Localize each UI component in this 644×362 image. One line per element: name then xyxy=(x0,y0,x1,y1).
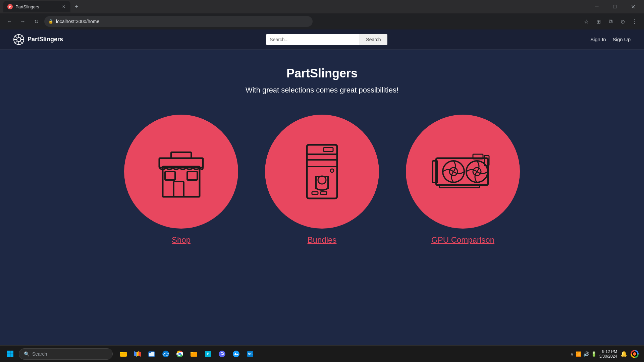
taskbar-right: ∧ 📶 🔊 🔋 9:12 PM 3/30/2024 🔔 xyxy=(570,349,641,359)
url-text: localhost:3000/home xyxy=(56,19,309,24)
shop-link[interactable]: Shop xyxy=(172,235,191,245)
svg-rect-36 xyxy=(7,354,10,357)
taskbar-file-explorer[interactable] xyxy=(117,347,130,361)
tab-title: PartSlingers xyxy=(15,4,39,9)
sign-up-link[interactable]: Sign Up xyxy=(613,37,631,42)
svg-rect-23 xyxy=(312,192,318,194)
minimize-button[interactable]: ─ xyxy=(589,0,604,13)
taskbar-chrome[interactable] xyxy=(173,347,186,361)
taskbar-search-icon: 🔍 xyxy=(24,351,30,357)
active-tab[interactable]: P PartSlingers ✕ xyxy=(3,1,70,12)
app2-icon xyxy=(218,350,226,358)
svg-marker-41 xyxy=(134,351,137,357)
maps-icon xyxy=(133,350,142,358)
tab-favicon: P xyxy=(7,4,13,9)
taskbar-app4[interactable]: VS xyxy=(244,347,257,361)
svg-text:P: P xyxy=(207,352,209,356)
windows-icon xyxy=(7,351,13,357)
gpu-icon xyxy=(426,135,500,208)
tab-bar: P PartSlingers ✕ + ─ □ ✕ xyxy=(0,0,644,13)
pc-tower-icon xyxy=(285,135,359,208)
taskbar-search-box[interactable]: 🔍 Search xyxy=(19,348,113,360)
clock[interactable]: 9:12 PM 3/30/2024 xyxy=(599,349,617,359)
extensions-button[interactable]: ⊞ xyxy=(593,16,604,27)
gpu-circle xyxy=(406,115,520,229)
svg-rect-39 xyxy=(120,352,123,353)
shop-card[interactable]: Shop xyxy=(124,115,238,245)
split-button[interactable]: ⧉ xyxy=(605,16,616,27)
color-circle xyxy=(631,350,639,358)
svg-line-8 xyxy=(20,36,23,38)
gpu-comparison-link[interactable]: GPU Comparison xyxy=(431,235,494,245)
taskbar-app1[interactable]: P xyxy=(201,347,215,361)
window-controls: ─ □ ✕ xyxy=(589,0,641,13)
svg-line-9 xyxy=(15,41,17,44)
new-tab-button[interactable]: + xyxy=(72,2,81,11)
logo[interactable]: PartSlingers xyxy=(13,34,63,45)
address-bar-row: ← → ↻ 🔒 localhost:3000/home ☆ ⊞ ⧉ ⊙ ⋮ xyxy=(0,13,644,29)
shop-icon xyxy=(144,135,218,208)
svg-point-49 xyxy=(179,353,181,355)
main-content: PartSlingers With great selections comes… xyxy=(0,50,644,345)
svg-rect-25 xyxy=(436,158,488,185)
taskbar-icons: P VS xyxy=(117,347,257,361)
address-bar-actions: ☆ ⊞ ⧉ ⊙ ⋮ xyxy=(581,16,640,27)
app4-icon: VS xyxy=(246,350,254,358)
maximize-button[interactable]: □ xyxy=(607,0,623,13)
header-search: Search xyxy=(266,34,387,45)
volume-icon[interactable]: 🔊 xyxy=(583,351,589,357)
tray-up-arrow[interactable]: ∧ xyxy=(570,351,574,357)
taskbar-app3[interactable] xyxy=(229,347,243,361)
file-explorer-icon xyxy=(119,350,127,358)
taskbar-edge[interactable] xyxy=(159,347,172,361)
close-button[interactable]: ✕ xyxy=(625,0,641,13)
svg-point-60 xyxy=(633,352,636,356)
svg-rect-45 xyxy=(149,352,151,353)
start-button[interactable] xyxy=(3,347,17,361)
svg-rect-12 xyxy=(174,182,184,197)
taskbar-search-text: Search xyxy=(32,351,47,357)
svg-marker-43 xyxy=(139,351,141,357)
taskbar-app2[interactable] xyxy=(215,347,229,361)
lock-icon: 🔒 xyxy=(48,19,53,24)
back-button[interactable]: ← xyxy=(4,16,15,27)
more-button[interactable]: ⋮ xyxy=(629,16,640,27)
bundles-card[interactable]: Bundles xyxy=(265,115,379,245)
bundles-circle xyxy=(265,115,379,229)
cards-row: Shop xyxy=(124,115,520,245)
svg-point-22 xyxy=(330,169,334,172)
gpu-card[interactable]: GPU Comparison xyxy=(406,115,520,245)
svg-rect-37 xyxy=(10,354,13,357)
profile-button[interactable]: ⊙ xyxy=(617,16,628,27)
svg-rect-14 xyxy=(187,172,197,180)
app-header: PartSlingers Search Sign In Sign Up xyxy=(0,29,644,50)
svg-point-55 xyxy=(223,354,224,355)
svg-text:VS: VS xyxy=(248,352,253,356)
svg-point-1 xyxy=(17,38,21,42)
taskbar-folder[interactable] xyxy=(187,347,201,361)
forward-button[interactable]: → xyxy=(17,16,28,27)
taskbar-maps[interactable] xyxy=(131,347,144,361)
folder-icon xyxy=(190,350,198,358)
bookmark-button[interactable]: ☆ xyxy=(581,16,592,27)
clock-date: 3/30/2024 xyxy=(599,354,617,359)
svg-rect-51 xyxy=(191,352,193,353)
tab-close-button[interactable]: ✕ xyxy=(61,4,66,9)
taskbar-file-manager[interactable] xyxy=(145,347,158,361)
svg-line-7 xyxy=(20,41,23,44)
app3-icon xyxy=(232,350,240,358)
logo-text: PartSlingers xyxy=(28,36,63,43)
svg-rect-24 xyxy=(321,192,327,194)
notification-button[interactable]: 🔔 xyxy=(620,350,628,358)
svg-rect-13 xyxy=(165,172,175,180)
address-bar[interactable]: 🔒 localhost:3000/home xyxy=(44,16,313,27)
svg-marker-42 xyxy=(137,351,139,357)
reload-button[interactable]: ↻ xyxy=(31,16,42,27)
search-input[interactable] xyxy=(266,34,360,45)
logo-icon xyxy=(13,34,24,45)
sign-in-link[interactable]: Sign In xyxy=(590,37,606,42)
chrome-icon xyxy=(176,350,184,358)
wifi-icon[interactable]: 📶 xyxy=(576,351,581,357)
bundles-link[interactable]: Bundles xyxy=(308,235,337,245)
search-button[interactable]: Search xyxy=(360,34,387,45)
